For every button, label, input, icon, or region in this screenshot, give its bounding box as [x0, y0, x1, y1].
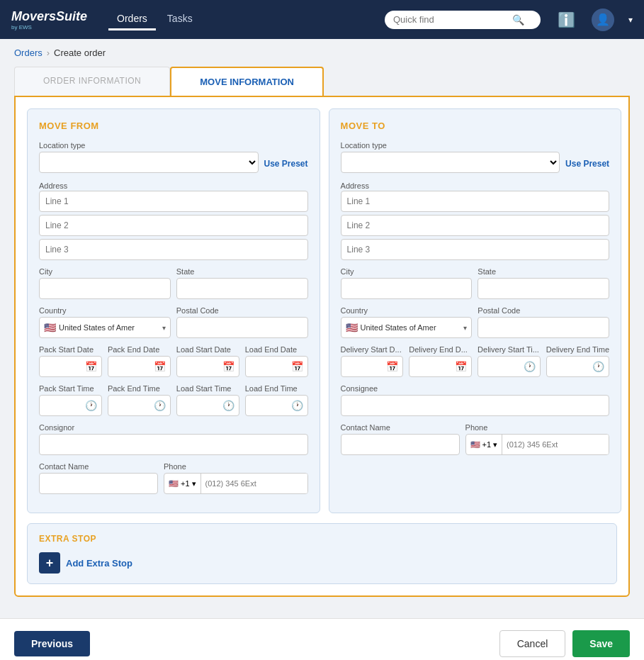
add-extra-stop-label: Add Extra Stop: [66, 558, 132, 569]
move-from-country-field[interactable]: 🇺🇸 United States of Amer ▾: [39, 317, 171, 338]
breadcrumb: Orders › Create order: [0, 39, 644, 67]
delivery-end-date-field[interactable]: 📅: [409, 356, 472, 377]
form-container: MOVE FROM Location type Use Preset Addre…: [14, 96, 630, 597]
move-to-phone-input[interactable]: [502, 435, 609, 454]
pack-start-time-field[interactable]: 🕐: [39, 395, 102, 416]
calendar-icon: 📅: [222, 361, 235, 372]
consignor-label: Consignor: [39, 423, 308, 432]
pack-start-date-label: Pack Start Date: [39, 345, 102, 354]
move-to-address-line2[interactable]: [341, 215, 610, 236]
delivery-start-date-field[interactable]: 📅: [341, 356, 404, 377]
move-to-city-input[interactable]: [341, 278, 473, 299]
move-from-panel: MOVE FROM Location type Use Preset Addre…: [27, 108, 320, 513]
pack-start-date-field[interactable]: 📅: [39, 356, 102, 377]
calendar-icon: 📅: [291, 361, 303, 372]
clock-icon: 🕐: [592, 361, 604, 372]
save-button[interactable]: Save: [572, 630, 630, 657]
load-start-time-group: Load Start Time 🕐: [176, 384, 239, 416]
footer: Previous Cancel Save: [0, 618, 644, 660]
info-icon[interactable]: ℹ️: [555, 9, 577, 31]
pack-end-time-field[interactable]: 🕐: [108, 395, 171, 416]
move-to-contact-label: Contact Name: [341, 423, 460, 432]
move-to-postal-group: Postal Code: [478, 306, 609, 338]
move-from-contact-input[interactable]: [39, 473, 158, 494]
extra-stop-section: EXTRA STOP + Add Extra Stop: [27, 523, 617, 584]
move-from-use-preset[interactable]: Use Preset: [264, 159, 308, 173]
clock-icon: 🕐: [291, 400, 303, 411]
tabs-container: ORDER INFORMATION MOVE INFORMATION: [14, 67, 630, 96]
move-from-location-select[interactable]: [39, 152, 259, 173]
move-to-phone-prefix-chevron-icon: ▾: [493, 440, 497, 449]
consignor-input[interactable]: [39, 434, 308, 455]
delivery-end-time-field[interactable]: 🕐: [546, 356, 609, 377]
load-start-time-field[interactable]: 🕐: [176, 395, 239, 416]
move-to-postal-label: Postal Code: [478, 306, 609, 315]
tab-order-information[interactable]: ORDER INFORMATION: [14, 67, 170, 96]
us-flag-small-icon: 🇺🇸: [169, 479, 179, 488]
move-from-address-line2[interactable]: [39, 215, 308, 236]
move-from-address-line1[interactable]: [39, 191, 308, 212]
move-to-address-line1[interactable]: [341, 191, 610, 212]
move-from-postal-label: Postal Code: [176, 306, 308, 315]
delivery-end-date-group: Delivery End D... 📅: [409, 345, 472, 377]
us-flag-to-small-icon: 🇺🇸: [470, 440, 480, 449]
move-to-address-label: Address: [341, 181, 369, 190]
move-to-location-group: Location type: [341, 141, 560, 173]
tab-move-information[interactable]: MOVE INFORMATION: [170, 67, 324, 96]
move-to-state-input[interactable]: [478, 278, 609, 299]
breadcrumb-create-order: Create order: [54, 47, 106, 58]
move-from-dates-row: Pack Start Date 📅 Pack End Date 📅 Load S…: [39, 345, 308, 377]
load-start-date-field[interactable]: 📅: [176, 356, 239, 377]
move-from-state-input[interactable]: [176, 278, 308, 299]
previous-button[interactable]: Previous: [14, 631, 90, 656]
main-nav: Orders Tasks: [108, 9, 201, 30]
search-input[interactable]: [393, 14, 507, 25]
nav-orders[interactable]: Orders: [108, 9, 156, 30]
move-to-use-preset[interactable]: Use Preset: [565, 159, 609, 173]
move-from-country-label: Country: [39, 306, 171, 315]
logo: MoversSuite by EWS: [11, 9, 87, 30]
move-from-phone-prefix[interactable]: 🇺🇸 +1 ▾: [164, 474, 201, 493]
move-from-contact-row: Contact Name Phone 🇺🇸 +1 ▾: [39, 462, 308, 494]
move-from-address-label: Address: [39, 181, 67, 190]
move-to-location-select[interactable]: [341, 152, 560, 173]
move-to-country-field[interactable]: 🇺🇸 United States of Amer ▾: [341, 317, 473, 338]
nav-tasks[interactable]: Tasks: [159, 9, 201, 30]
move-from-postal-input[interactable]: [176, 317, 308, 338]
move-from-title: MOVE FROM: [39, 121, 308, 131]
load-end-date-field[interactable]: 📅: [245, 356, 308, 377]
load-end-time-field[interactable]: 🕐: [245, 395, 308, 416]
pack-end-date-group: Pack End Date 📅: [108, 345, 171, 377]
delivery-end-date-label: Delivery End D...: [409, 345, 472, 354]
cancel-button[interactable]: Cancel: [499, 630, 566, 657]
consignee-input[interactable]: [341, 395, 610, 416]
move-to-contact-input[interactable]: [341, 434, 460, 455]
extra-stop-title: EXTRA STOP: [39, 534, 605, 544]
move-from-city-input[interactable]: [39, 278, 171, 299]
add-extra-stop-button[interactable]: + Add Extra Stop: [39, 552, 605, 574]
move-from-country-value: United States of Amer: [59, 323, 159, 332]
move-to-address-block: [341, 191, 610, 260]
move-to-postal-input[interactable]: [478, 317, 609, 338]
move-to-location-label: Location type: [341, 141, 560, 150]
us-flag-to-icon: 🇺🇸: [346, 322, 358, 333]
move-to-address-line3[interactable]: [341, 239, 610, 260]
move-to-consignee-row: Consignee: [341, 384, 610, 416]
chevron-down-icon[interactable]: ▾: [628, 15, 633, 25]
header: MoversSuite by EWS Orders Tasks 🔍 ℹ️ 👤 ▾: [0, 0, 644, 39]
consignee-group: Consignee: [341, 384, 610, 416]
delivery-start-time-group: Delivery Start Ti... 🕐: [478, 345, 541, 377]
breadcrumb-orders[interactable]: Orders: [14, 47, 43, 58]
move-to-phone-code: +1: [482, 440, 492, 449]
delivery-start-time-field[interactable]: 🕐: [478, 356, 541, 377]
move-from-address-line3[interactable]: [39, 239, 308, 260]
load-start-date-group: Load Start Date 📅: [176, 345, 239, 377]
move-to-city-group: City: [341, 267, 473, 299]
pack-end-time-group: Pack End Time 🕐: [108, 384, 171, 416]
pack-end-date-field[interactable]: 📅: [108, 356, 171, 377]
move-to-country-label: Country: [341, 306, 473, 315]
move-to-phone-prefix[interactable]: 🇺🇸 +1 ▾: [466, 435, 503, 454]
move-from-phone-input[interactable]: [201, 474, 307, 493]
move-to-country-value: United States of Amer: [361, 323, 461, 332]
avatar[interactable]: 👤: [592, 9, 614, 31]
